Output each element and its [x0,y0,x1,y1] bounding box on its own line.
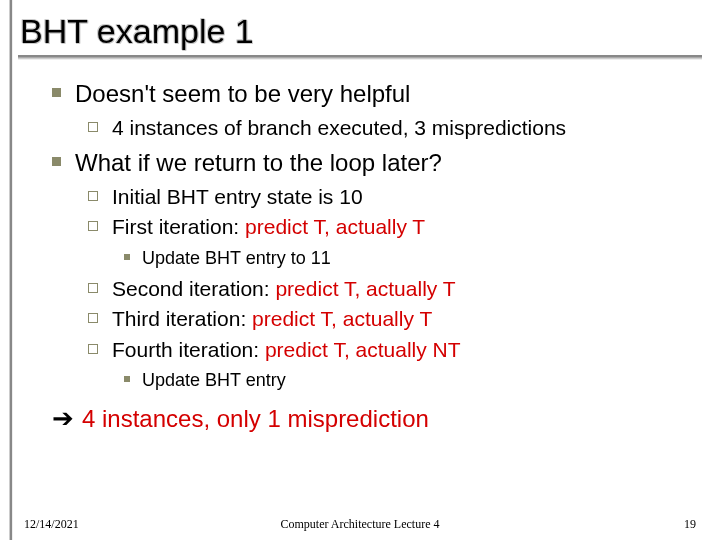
text: Update BHT entry to 11 [142,246,331,271]
footer-date: 12/14/2021 [24,517,79,532]
bullet-l2: Second iteration: predict T, actually T [88,275,694,303]
text: 4 instances of branch executed, 3 mispre… [112,114,566,142]
bullet-l2: 4 instances of branch executed, 3 mispre… [88,114,694,142]
title-rule [18,55,702,58]
text-a: Second iteration: [112,277,275,300]
text: First iteration: predict T, actually T [112,213,425,241]
conclusion-text: 4 instances, only 1 misprediction [82,405,429,433]
open-square-bullet-icon [88,344,98,354]
open-square-bullet-icon [88,221,98,231]
bullet-l2: Fourth iteration: predict T, actually NT [88,336,694,364]
small-square-bullet-icon [124,254,130,260]
text: Doesn't seem to be very helpful [75,78,410,110]
text-red: predict T, actually T [245,215,425,238]
footer-center: Computer Architecture Lecture 4 [281,517,440,532]
left-rule [10,0,12,540]
bullet-l2: Third iteration: predict T, actually T [88,305,694,333]
bullet-l2: Initial BHT entry state is 10 [88,183,694,211]
slide-title: BHT example 1 [18,12,702,51]
text-a: Fourth iteration: [112,338,265,361]
title-wrap: BHT example 1 [18,8,702,64]
footer: 12/14/2021 Computer Architecture Lecture… [0,517,720,532]
arrow-right-icon: ➔ [52,403,74,434]
square-bullet-icon [52,88,61,97]
text-red: predict T, actually T [275,277,455,300]
open-square-bullet-icon [88,283,98,293]
text-red: predict T, actually NT [265,338,461,361]
slide: BHT example 1 Doesn't seem to be very he… [0,0,720,540]
bullet-l3: Update BHT entry to 11 [124,246,694,271]
small-square-bullet-icon [124,376,130,382]
text: Fourth iteration: predict T, actually NT [112,336,461,364]
text: Initial BHT entry state is 10 [112,183,363,211]
bullet-l1: What if we return to the loop later? [52,147,694,179]
conclusion-line: ➔ 4 instances, only 1 misprediction [52,403,694,434]
footer-page: 19 [684,517,696,532]
open-square-bullet-icon [88,191,98,201]
bullet-l3: Update BHT entry [124,368,694,393]
bullet-l1: Doesn't seem to be very helpful [52,78,694,110]
slide-body: Doesn't seem to be very helpful 4 instan… [18,64,702,434]
text-a: Third iteration: [112,307,252,330]
text: Third iteration: predict T, actually T [112,305,432,333]
open-square-bullet-icon [88,313,98,323]
text: Second iteration: predict T, actually T [112,275,456,303]
open-square-bullet-icon [88,122,98,132]
text-red: predict T, actually T [252,307,432,330]
bullet-l2: First iteration: predict T, actually T [88,213,694,241]
text: Update BHT entry [142,368,286,393]
square-bullet-icon [52,157,61,166]
text-a: First iteration: [112,215,245,238]
text: What if we return to the loop later? [75,147,442,179]
